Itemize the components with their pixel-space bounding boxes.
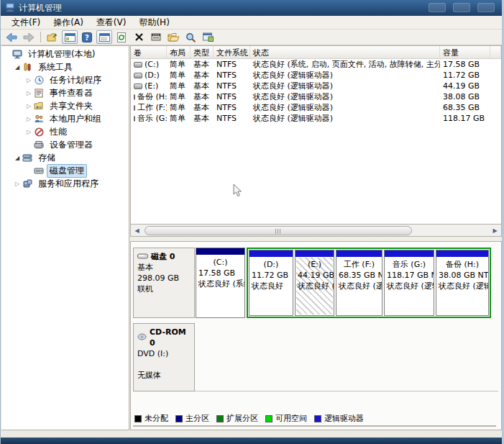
legend-unallocated-label: 未分配 [145, 413, 168, 424]
disk0-label[interactable]: 磁盘 0 基本 298.09 GB 联机 [133, 248, 195, 318]
expand-icon[interactable]: ◢ [13, 64, 22, 71]
horizontal-scrollbar[interactable]: ◀ ▶ [130, 225, 502, 237]
volume-row-e[interactable]: (E:) 简单 基本 NTFS 状态良好 (逻辑驱动器) 44.19 GB [131, 81, 501, 91]
tree-item-storage[interactable]: ◢ 存储 [1, 151, 129, 164]
disk0-row: 磁盘 0 基本 298.09 GB 联机 (C:) 17.58 GB 状态良好 … [133, 248, 491, 318]
storage-icon [22, 153, 33, 163]
legend-logical-label: 逻辑驱动器 [324, 413, 364, 424]
expand-icon[interactable]: ▷ [24, 129, 33, 135]
volume-row-h[interactable]: 备份 (H:) 简单 基本 NTFS 状态良好 (逻辑驱动器) 38.08 GB [131, 91, 501, 102]
cdrom-drive: DVD (I:) [137, 348, 191, 359]
tree-item-disk-management[interactable]: 磁盘管理 [1, 164, 129, 177]
tree-item-task-scheduler[interactable]: ▷ 任务计划程序 [1, 73, 129, 86]
tree-item-device-manager[interactable]: 设备管理器 [1, 138, 129, 151]
device-manager-icon [33, 140, 45, 150]
expand-icon[interactable]: ▷ [13, 181, 22, 187]
help-icon[interactable]: ? [79, 30, 95, 44]
menu-bar: 文件(F) 操作(A) 查看(V) 帮助(H) [1, 16, 502, 30]
partition-h[interactable]: 备份 (H:) 38.08 GB NTFS 状态良好 (逻辑驱动器) [436, 250, 489, 316]
tree-item-shared-folders[interactable]: ▷ 共享文件夹 [1, 99, 129, 112]
tree-item-local-users-groups[interactable]: ▷ 本地用户和组 [1, 112, 129, 125]
col-status[interactable]: 状态 [250, 46, 440, 58]
disk0-type: 基本 [137, 262, 191, 273]
tree-item-event-viewer[interactable]: ▷ 事件查看器 [1, 86, 129, 99]
expand-icon[interactable]: ▷ [24, 116, 33, 122]
drive-icon [134, 83, 142, 89]
refresh-icon[interactable] [114, 30, 129, 44]
menu-action[interactable]: 操作(A) [47, 15, 90, 30]
toolbar: ? [1, 30, 502, 45]
services-icon [22, 178, 33, 189]
taskbar-strip [1, 438, 502, 444]
partition-g[interactable]: 音乐 (G:) 118.17 GB NTFS 状态良好 (逻辑驱动器) [384, 250, 434, 316]
legend-freespace-swatch [265, 415, 272, 422]
legend-freespace-label: 可用空间 [275, 413, 307, 424]
search-icon[interactable] [183, 30, 198, 44]
logical-drive-bar [385, 250, 434, 257]
drive-icon [134, 105, 135, 111]
volume-row-c[interactable]: (C:) 简单 基本 NTFS 状态良好 (系统, 启动, 页面文件, 活动, … [131, 59, 501, 70]
delete-icon[interactable] [131, 30, 147, 44]
disk-icon [137, 251, 148, 262]
col-layout[interactable]: 布局 [167, 46, 191, 58]
drive-icon [134, 73, 142, 78]
toolbar-separator [40, 32, 41, 42]
back-icon[interactable] [4, 30, 19, 44]
legend-extended-swatch [216, 415, 224, 422]
col-capacity[interactable]: 容量 [440, 46, 490, 58]
scroll-left-arrow[interactable]: ◀ [131, 225, 143, 236]
volume-row-d[interactable]: (D:) 简单 基本 NTFS 状态良好 (逻辑驱动器) 11.72 GB [131, 70, 501, 81]
maximize-button[interactable] [453, 3, 470, 12]
col-filesystem[interactable]: 文件系统 [214, 46, 250, 58]
logical-drive-bar [295, 250, 334, 257]
legend-primary-swatch [175, 415, 183, 422]
open-folder-icon[interactable] [165, 30, 181, 44]
menu-view[interactable]: 查看(V) [90, 15, 133, 30]
event-viewer-icon [33, 88, 45, 98]
system-tools-icon [22, 62, 33, 72]
partition-d[interactable]: (D:) 11.72 GB 状态良好 [249, 250, 293, 316]
properties-icon[interactable] [148, 30, 164, 44]
expand-icon[interactable]: ◢ [13, 155, 22, 161]
partition-f[interactable]: 工作 (F:) 68.35 GB NTFS 状态良好 (逻辑驱动器) [336, 250, 382, 316]
close-button[interactable] [477, 3, 495, 12]
menu-file[interactable]: 文件(F) [5, 15, 47, 30]
col-partial[interactable] [490, 46, 501, 58]
app-icon [5, 2, 15, 14]
tree-item-services-applications[interactable]: ▷ 服务和应用程序 [1, 177, 129, 190]
cdrom-media-area[interactable] [195, 323, 498, 391]
volume-row-g[interactable]: 音乐 (G:) 简单 基本 NTFS 状态良好 (逻辑驱动器) 118.17 G… [131, 113, 501, 124]
scrollbar-thumb[interactable] [145, 226, 412, 235]
title-bar[interactable]: 计算机管理 [1, 0, 502, 16]
col-volume[interactable]: 卷 [131, 46, 167, 58]
cdrom-icon [137, 332, 147, 343]
volume-row-f[interactable]: 工作 (F:) 简单 基本 NTFS 状态良好 (逻辑驱动器) 68.35 GB [131, 102, 501, 113]
partition-c[interactable]: (C:) 17.58 GB 状态良好 (系统, 启动, [196, 248, 245, 318]
minimize-button[interactable] [429, 3, 446, 12]
legend: 未分配 主分区 扩展分区 可用空间 逻辑驱动器 [133, 414, 496, 427]
computer-management-window: 计算机管理 文件(F) 操作(A) 查看(V) 帮助(H) ? [0, 0, 504, 444]
expand-icon[interactable]: ▷ [24, 90, 33, 96]
cdrom-status: 无媒体 [137, 370, 191, 381]
console-window2-icon[interactable] [96, 30, 112, 44]
expand-icon[interactable]: ▷ [24, 77, 33, 83]
tree-item-performance[interactable]: ▷ 性能 [1, 125, 129, 138]
svg-text:?: ? [85, 34, 89, 42]
expand-icon[interactable]: ▷ [24, 103, 33, 109]
tree-item-computer-management[interactable]: 计算机管理(本地) [1, 47, 129, 60]
console-window-icon[interactable] [62, 30, 78, 44]
primary-partition-bar [196, 248, 244, 255]
scroll-right-arrow[interactable]: ▶ [489, 225, 501, 236]
logical-drive-bar [249, 250, 293, 257]
clock-icon [33, 75, 45, 85]
cdrom-label[interactable]: CD-ROM 0 DVD (I:) 无媒体 [133, 323, 195, 391]
details-pane: 卷 布局 类型 文件系统 状态 容量 (C:) 简单 基本 NTFS 状态良好 … [130, 45, 502, 430]
snap-in-icon[interactable] [200, 30, 216, 44]
partition-e[interactable]: (E:) 44.19 GB NTFS 状态良好 (逻辑驱动器) [295, 250, 334, 316]
logical-drive-bar [436, 250, 488, 257]
tree-item-system-tools[interactable]: ◢ 系统工具 [1, 60, 129, 73]
show-tree-icon[interactable] [45, 30, 60, 44]
menu-help[interactable]: 帮助(H) [132, 15, 175, 30]
col-type[interactable]: 类型 [191, 46, 214, 58]
forward-icon[interactable] [21, 30, 37, 44]
